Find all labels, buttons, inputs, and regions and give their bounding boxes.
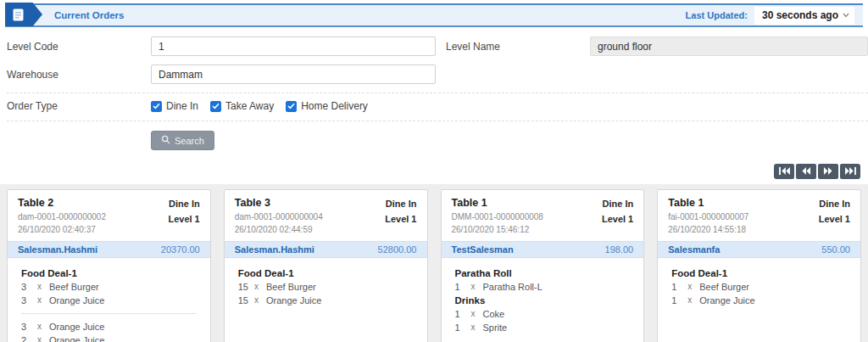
item-name: Orange Juice <box>699 295 754 306</box>
order-card-header: Table 1 DMM-0001-0000000008 26/10/2020 1… <box>442 190 644 241</box>
order-item: 1xOrange Juice <box>671 295 849 306</box>
page-header: Current Orders Last Updated: 30 seconds … <box>5 3 863 27</box>
order-datetime: 26/10/2020 14:55:18 <box>668 223 748 236</box>
item-multiply-sign: x <box>37 322 42 332</box>
item-multiply-sign: x <box>254 282 259 292</box>
filter-form: Level Code Level Name Warehouse Order Ty… <box>0 27 868 159</box>
item-multiply-sign: x <box>687 282 692 292</box>
order-items-list: Food Deal-13xBeef Burger3xOrange Juice3x… <box>8 258 210 342</box>
item-multiply-sign: x <box>254 295 259 306</box>
salesman-bar: Salesman.Hashmi 20370.00 <box>8 241 210 258</box>
item-multiply-sign: x <box>37 295 42 306</box>
order-amount: 198.00 <box>605 244 634 255</box>
level-name-label: Level Name <box>436 41 590 53</box>
item-group-name: Food Deal-1 <box>21 268 198 278</box>
item-name: Beef Burger <box>699 282 749 292</box>
table-name: Table 1 <box>452 197 543 209</box>
checkbox-checked-icon <box>286 101 297 112</box>
search-icon <box>161 135 170 146</box>
order-item: 1xBeef Burger <box>671 282 849 292</box>
order-item: 3xBeef Burger <box>21 282 198 292</box>
order-items-list: Paratha Roll1xParatha Roll-LDrinks1xCoke… <box>442 258 644 342</box>
level-badge: Level 1 <box>168 212 199 227</box>
item-qty: 1 <box>455 322 465 333</box>
level-badge: Level 1 <box>602 212 633 227</box>
order-number: dam-0001-0000000004 <box>235 210 323 223</box>
order-type-checkbox[interactable]: Take Away <box>210 100 274 112</box>
order-number: DMM-0001-0000000008 <box>452 210 543 223</box>
level-code-label: Level Code <box>7 41 151 53</box>
search-button-label: Search <box>175 136 204 146</box>
warehouse-label: Warehouse <box>7 69 151 81</box>
order-cards-area: Table 2 dam-0001-0000000002 26/10/2020 0… <box>0 184 868 342</box>
document-icon <box>5 3 42 26</box>
order-card: Table 3 dam-0001-0000000004 26/10/2020 0… <box>224 189 428 342</box>
item-multiply-sign: x <box>37 335 42 342</box>
order-item: 3xOrange Juice <box>21 295 198 306</box>
item-name: Orange Juice <box>49 335 104 342</box>
item-multiply-sign: x <box>471 322 476 333</box>
checkbox-checked-icon <box>210 101 221 112</box>
last-updated-label: Last Updated: <box>686 10 748 20</box>
order-item: 1xParatha Roll-L <box>455 282 632 292</box>
order-amount: 20370.00 <box>161 244 200 255</box>
order-type-checkbox-group: Dine In Take Away Home Delivery <box>151 100 368 112</box>
item-group-name: Food Deal-1 <box>671 268 849 278</box>
item-multiply-sign: x <box>687 295 692 306</box>
last-page-button[interactable] <box>840 164 860 179</box>
item-name: Orange Juice <box>49 322 104 332</box>
order-amount: 52800.00 <box>378 244 417 255</box>
last-page-icon <box>844 165 857 178</box>
level-badge: Level 1 <box>819 212 850 227</box>
order-item: 15xOrange Juice <box>238 295 415 306</box>
last-updated-select[interactable]: 30 seconds ago <box>754 7 854 25</box>
order-type-badge: Dine In <box>819 197 850 212</box>
table-name: Table 2 <box>18 197 106 209</box>
order-card-header: Table 1 fai-0001-0000000007 26/10/2020 1… <box>658 190 860 241</box>
order-type-checkbox-label: Dine In <box>166 100 198 112</box>
item-qty: 3 <box>21 282 31 292</box>
item-qty: 1 <box>671 295 682 306</box>
order-type-checkbox-label: Take Away <box>225 100 274 112</box>
order-item: 3xOrange Juice <box>21 322 198 332</box>
item-name: Beef Burger <box>49 282 99 292</box>
item-group-name: Food Deal-1 <box>238 268 415 278</box>
salesman-bar: TestSalesman 198.00 <box>442 241 644 258</box>
order-type-checkbox[interactable]: Dine In <box>151 100 198 112</box>
level-code-input[interactable] <box>151 36 436 56</box>
item-name: Coke <box>483 309 505 319</box>
order-card-header: Table 2 dam-0001-0000000002 26/10/2020 0… <box>8 190 210 241</box>
item-qty: 1 <box>455 282 465 292</box>
last-updated-value: 30 seconds ago <box>762 9 838 21</box>
first-page-button[interactable] <box>774 164 794 179</box>
order-type-checkbox[interactable]: Home Delivery <box>286 100 368 112</box>
item-qty: 15 <box>238 295 248 306</box>
search-button[interactable]: Search <box>151 131 214 150</box>
pagination <box>0 159 868 184</box>
item-name: Beef Burger <box>266 282 316 292</box>
item-qty: 1 <box>455 309 465 319</box>
item-multiply-sign: x <box>471 309 476 319</box>
order-type-badge: Dine In <box>602 197 633 212</box>
next-page-button[interactable] <box>818 164 838 179</box>
first-page-icon <box>778 165 791 178</box>
item-qty: 1 <box>671 282 682 292</box>
item-qty: 2 <box>21 335 31 342</box>
table-name: Table 3 <box>235 197 323 209</box>
order-card: Table 1 DMM-0001-0000000008 26/10/2020 1… <box>441 189 645 342</box>
next-page-icon <box>822 165 834 178</box>
item-multiply-sign: x <box>37 282 42 292</box>
order-type-label: Order Type <box>7 100 151 112</box>
previous-page-button[interactable] <box>796 164 816 179</box>
item-group-divider <box>21 313 197 314</box>
level-name-input[interactable] <box>590 36 868 56</box>
item-name: Orange Juice <box>49 295 104 306</box>
item-qty: 3 <box>21 322 31 332</box>
order-datetime: 26/10/2020 15:46:12 <box>452 223 543 236</box>
order-item: 1xCoke <box>455 309 632 319</box>
salesman-name: Salesman.Hashmi <box>18 244 97 255</box>
warehouse-input[interactable] <box>151 64 436 84</box>
checkbox-checked-icon <box>151 101 162 112</box>
item-qty: 3 <box>21 295 31 306</box>
table-name: Table 1 <box>668 197 748 209</box>
